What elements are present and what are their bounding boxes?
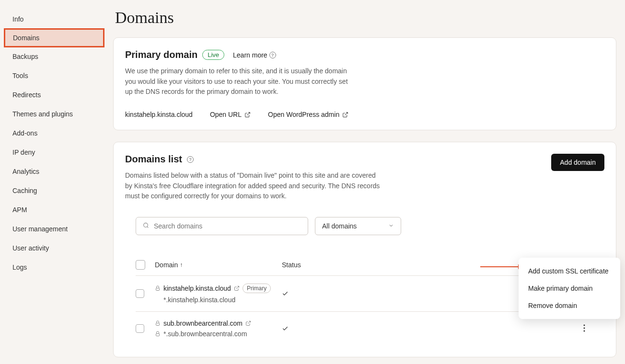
wildcard-domain: *.sub.brownbearcentral.com [163,330,247,338]
external-link-icon[interactable] [245,320,251,326]
domains-filter-dropdown[interactable]: All domains [315,217,401,235]
domains-list-card: Domains list ? Domains listed below with… [113,142,616,357]
primary-domain-card: Primary domain Live Learn more ? We use … [113,37,616,130]
svg-point-2 [144,223,148,228]
domains-list-description: Domains listed below with a status of "D… [125,171,384,202]
open-url-label: Open URL [210,111,242,118]
annotation-arrow [480,266,519,267]
primary-badge: Primary [243,284,271,293]
page-title: Domains [115,9,616,27]
chevron-down-icon [388,222,394,230]
sidebar-item-add-ons[interactable]: Add-ons [0,124,108,143]
learn-more-link[interactable]: Learn more ? [233,51,276,59]
domains-list-title: Domains list [125,154,182,165]
sidebar-item-tools[interactable]: Tools [0,66,108,85]
primary-domain-description: We use the primary domain to refer to th… [125,66,350,97]
search-icon [143,222,149,230]
dropdown-selected: All domains [322,222,357,230]
external-link-icon [244,112,251,118]
sidebar-item-logs[interactable]: Logs [0,258,108,277]
sidebar-item-ip-deny[interactable]: IP deny [0,143,108,162]
external-link-icon [342,112,348,118]
menu-item-add-ssl[interactable]: Add custom SSL certificate [519,262,620,280]
row-checkbox[interactable] [136,324,144,333]
svg-rect-6 [156,323,160,326]
primary-domain-title: Primary domain [125,49,197,60]
menu-item-remove-domain[interactable]: Remove domain [519,297,620,314]
sidebar-item-info[interactable]: Info [0,10,108,29]
svg-point-11 [584,330,585,331]
row-actions-button[interactable] [580,321,588,336]
wildcard-domain: *.kinstahelp.kinsta.cloud [163,296,235,304]
sidebar: Info Domains Backups Tools Redirects The… [0,0,108,364]
svg-point-10 [584,327,585,329]
open-wp-label: Open WordPress admin [268,111,339,118]
domain-name: kinstahelp.kinsta.cloud [163,284,231,292]
search-input-wrapper[interactable] [136,217,308,235]
main-content: Domains Primary domain Live Learn more ?… [108,0,625,364]
help-icon: ? [269,52,276,58]
sidebar-item-themes-plugins[interactable]: Themes and plugins [0,104,108,124]
svg-line-5 [236,286,239,289]
svg-line-3 [147,227,148,228]
learn-more-label: Learn more [233,51,267,59]
lock-icon [155,285,161,291]
lock-icon [155,320,161,326]
sidebar-item-apm[interactable]: APM [0,200,108,219]
row-actions-menu: Add custom SSL certificate Make primary … [519,258,620,319]
sidebar-item-caching[interactable]: Caching [0,181,108,200]
svg-line-0 [247,112,250,115]
sidebar-item-domains[interactable]: Domains [4,28,104,47]
sidebar-item-backups[interactable]: Backups [0,47,108,66]
add-domain-button[interactable]: Add domain [551,154,604,171]
domain-name: sub.brownbearcentral.com [163,319,243,327]
external-link-icon[interactable] [234,285,240,291]
sidebar-item-user-activity[interactable]: User activity [0,239,108,258]
svg-rect-4 [156,288,160,291]
sidebar-item-redirects[interactable]: Redirects [0,85,108,104]
open-wp-admin-link[interactable]: Open WordPress admin [268,111,348,118]
sidebar-item-user-management[interactable]: User management [0,219,108,239]
svg-point-9 [584,324,585,326]
search-input[interactable] [154,222,301,230]
primary-domain-name: kinstahelp.kinsta.cloud [125,111,193,118]
svg-rect-8 [156,334,160,336]
lock-icon [155,331,161,337]
open-url-link[interactable]: Open URL [210,111,251,118]
svg-line-1 [345,112,348,115]
sidebar-item-analytics[interactable]: Analytics [0,162,108,181]
status-check-icon [282,325,575,332]
column-header-domain[interactable]: Domain ↑ [155,261,282,269]
select-all-checkbox[interactable] [136,260,145,270]
help-icon[interactable]: ? [187,156,194,163]
menu-item-make-primary[interactable]: Make primary domain [519,280,620,297]
row-checkbox[interactable] [136,289,144,298]
sort-ascending-icon: ↑ [180,262,183,268]
column-domain-label: Domain [155,261,178,269]
live-badge: Live [202,50,224,60]
svg-line-7 [248,321,251,324]
